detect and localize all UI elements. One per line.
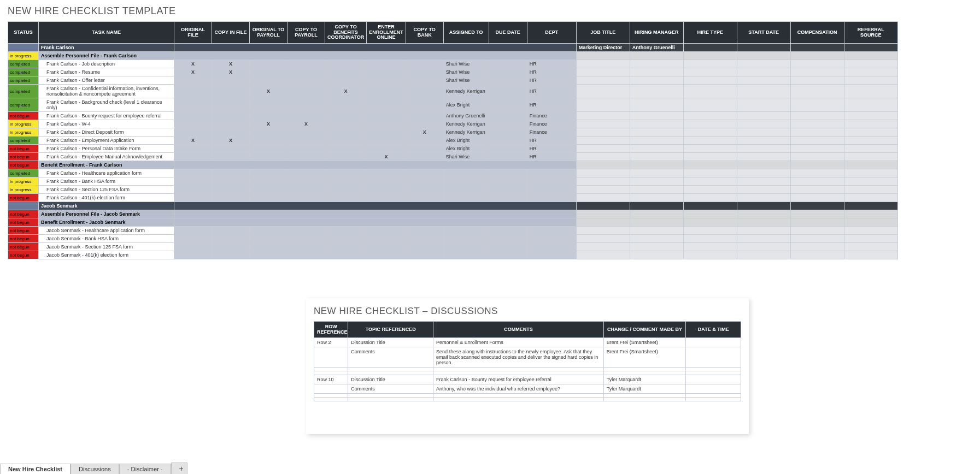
checkbox-cell[interactable] [406,243,443,251]
table-row[interactable]: completedFrank Carlson - Job description… [8,60,898,68]
checkbox-cell[interactable] [212,112,250,120]
checkbox-cell[interactable] [406,153,443,161]
checkbox-cell[interactable] [174,98,212,112]
checkbox-cell[interactable] [250,128,287,137]
table-row[interactable]: not begunFrank Carlson - 401(k) election… [8,194,898,202]
checkbox-cell[interactable] [367,177,406,186]
table-row[interactable]: completedFrank Carlson - Confidential in… [8,85,898,98]
checkbox-cell[interactable] [250,243,287,251]
checkbox-cell[interactable] [367,68,406,76]
checkbox-cell[interactable] [367,137,406,145]
checkbox-cell[interactable] [287,227,325,235]
checkbox-cell[interactable] [250,68,287,76]
table-row[interactable]: in progressFrank Carlson - Bank HSA form [8,177,898,186]
checkbox-cell[interactable] [287,169,325,177]
table-row[interactable]: in progressFrank Carlson - Direct Deposi… [8,128,898,137]
checkbox-cell[interactable] [406,235,443,243]
checkbox-cell[interactable] [406,169,443,177]
checkbox-cell[interactable] [325,235,367,243]
checkbox-cell[interactable] [325,251,367,259]
table-row[interactable]: in progressFrank Carlson - W-4XXKennedy … [8,120,898,128]
checkbox-cell[interactable] [325,145,367,153]
checkbox-cell[interactable] [212,76,250,85]
checkbox-cell[interactable] [367,251,406,259]
checkbox-cell[interactable] [406,112,443,120]
table-row[interactable]: not begunJacob Senmark - Section 125 FSA… [8,243,898,251]
checkbox-cell[interactable] [325,76,367,85]
checkbox-cell[interactable]: X [174,68,212,76]
checkbox-cell[interactable] [250,60,287,68]
checkbox-cell[interactable] [287,235,325,243]
checkbox-cell[interactable] [325,153,367,161]
checkbox-cell[interactable] [287,177,325,186]
checkbox-cell[interactable] [250,98,287,112]
checkbox-cell[interactable] [406,145,443,153]
table-row[interactable]: in progressAssemble Personnel File - Fra… [8,52,898,60]
tab-add[interactable]: + [171,463,187,474]
checkbox-cell[interactable] [250,194,287,202]
checkbox-cell[interactable] [325,98,367,112]
checkbox-cell[interactable]: X [212,68,250,76]
checkbox-cell[interactable] [367,76,406,85]
checkbox-cell[interactable]: X [174,137,212,145]
table-row[interactable]: completedFrank Carlson - ResumeXXShari W… [8,68,898,76]
checkbox-cell[interactable] [325,227,367,235]
checkbox-cell[interactable] [287,128,325,137]
table-row[interactable]: in progressFrank Carlson - Section 125 F… [8,186,898,194]
checkbox-cell[interactable] [325,169,367,177]
checkbox-cell[interactable] [174,112,212,120]
checkbox-cell[interactable] [174,145,212,153]
checkbox-cell[interactable] [406,227,443,235]
checkbox-cell[interactable] [367,98,406,112]
checkbox-cell[interactable] [174,243,212,251]
checkbox-cell[interactable] [250,235,287,243]
checkbox-cell[interactable]: X [212,60,250,68]
checkbox-cell[interactable] [287,98,325,112]
table-row[interactable]: completedFrank Carlson - Employment Appl… [8,137,898,145]
checkbox-cell[interactable] [367,194,406,202]
checkbox-cell[interactable] [287,145,325,153]
table-row[interactable] [314,368,741,371]
table-row[interactable]: not begunFrank Carlson - Employee Manual… [8,153,898,161]
checkbox-cell[interactable] [287,186,325,194]
checkbox-cell[interactable] [406,98,443,112]
checkbox-cell[interactable] [325,243,367,251]
checkbox-cell[interactable]: X [287,120,325,128]
checkbox-cell[interactable]: X [250,120,287,128]
table-row[interactable]: Frank CarlsonMarketing DirectorAnthony G… [8,44,898,52]
checkbox-cell[interactable] [174,85,212,98]
checkbox-cell[interactable] [212,120,250,128]
checkbox-cell[interactable] [287,112,325,120]
checkbox-cell[interactable] [212,98,250,112]
checkbox-cell[interactable] [287,85,325,98]
checkbox-cell[interactable] [174,76,212,85]
checkbox-cell[interactable] [174,128,212,137]
checkbox-cell[interactable] [174,153,212,161]
checkbox-cell[interactable] [325,194,367,202]
table-row[interactable]: not begunBenefit Enrollment - Frank Carl… [8,161,898,169]
table-row[interactable]: CommentsAnthony, who was the individual … [314,384,741,394]
checkbox-cell[interactable] [367,85,406,98]
table-row[interactable]: completedFrank Carlson - Background chec… [8,98,898,112]
checkbox-cell[interactable] [367,186,406,194]
table-row[interactable]: completedFrank Carlson - Healthcare appl… [8,169,898,177]
checkbox-cell[interactable] [250,251,287,259]
table-row[interactable]: Jacob Senmark [8,202,898,210]
tab-disclaimer[interactable]: - Disclaimer - [119,464,171,474]
checkbox-cell[interactable] [287,137,325,145]
checkbox-cell[interactable] [287,68,325,76]
checkbox-cell[interactable]: X [406,128,443,137]
checkbox-cell[interactable]: X [174,60,212,68]
table-row[interactable]: not begunFrank Carlson - Personal Data I… [8,145,898,153]
table-row[interactable] [314,371,741,375]
checkbox-cell[interactable] [250,137,287,145]
table-row[interactable]: Row 2Discussion TitlePersonnel & Enrollm… [314,338,741,347]
checkbox-cell[interactable] [406,251,443,259]
checkbox-cell[interactable] [250,227,287,235]
checkbox-cell[interactable] [406,186,443,194]
checkbox-cell[interactable] [174,235,212,243]
table-row[interactable]: not begunBenefit Enrollment - Jacob Senm… [8,218,898,227]
checkbox-cell[interactable] [174,186,212,194]
checkbox-cell[interactable] [325,137,367,145]
checkbox-cell[interactable] [250,186,287,194]
